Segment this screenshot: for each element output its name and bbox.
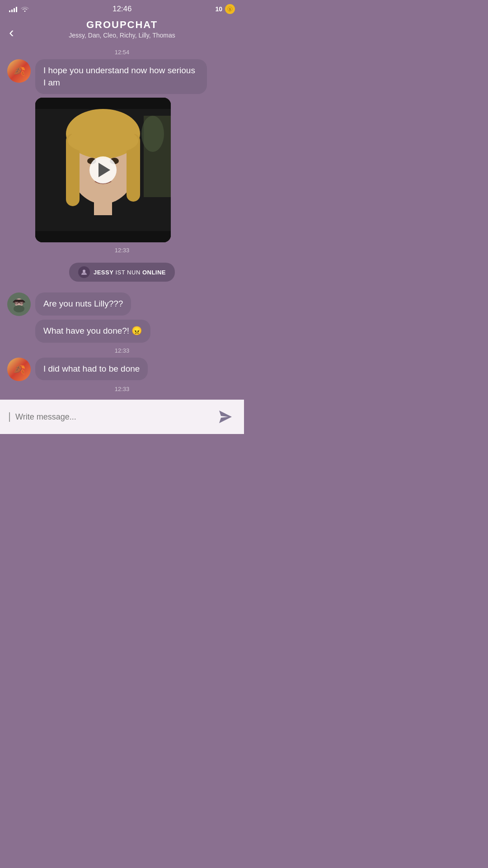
timestamp-1233b: 12:33: [7, 347, 237, 354]
message-input[interactable]: [9, 412, 211, 422]
input-bar: [0, 400, 244, 434]
chat-title: GROUPCHAT: [9, 19, 235, 31]
chat-participants: Jessy, Dan, Cleo, Richy, Lilly, Thomas: [9, 32, 235, 39]
avatar-lilly: 🍂: [7, 59, 31, 83]
send-icon: [217, 409, 234, 425]
chat-header: ‹ GROUPCHAT Jessy, Dan, Cleo, Richy, Lil…: [0, 16, 244, 44]
avatar-lilly2: 🍂: [7, 358, 31, 381]
status-left: [9, 5, 29, 13]
send-button[interactable]: [216, 407, 235, 426]
message-row-lilly2: 🍂 I did what had to be done: [7, 358, 237, 381]
signal-bar-3: [14, 8, 15, 12]
online-badge-name: JESSY: [94, 269, 113, 276]
message-row: 🍂 I hope you understand now how serious …: [7, 59, 237, 94]
online-badge-text: JESSY IST NUN ONLINE: [94, 269, 166, 276]
wifi-icon: [21, 5, 29, 13]
video-message[interactable]: [35, 98, 171, 242]
avatar-jessy: [7, 292, 31, 316]
svg-point-7: [68, 127, 138, 154]
svg-rect-12: [35, 98, 171, 109]
message-row-jessy1: Are you nuts Lilly???: [7, 292, 237, 316]
status-bar: 12:46 10 $: [0, 0, 244, 16]
message-bubble: I hope you understand now how serious I …: [35, 59, 207, 94]
online-badge-status: ONLINE: [142, 269, 166, 276]
video-thumbnail[interactable]: [35, 98, 171, 242]
svg-point-16: [83, 270, 85, 273]
back-button[interactable]: ‹: [9, 25, 14, 39]
svg-point-22: [14, 305, 24, 312]
svg-rect-13: [35, 231, 171, 242]
online-status-badge: JESSY IST NUN ONLINE: [69, 263, 175, 282]
signal-bars: [9, 6, 17, 12]
svg-point-15: [141, 116, 164, 152]
svg-rect-11: [94, 197, 112, 215]
signal-bar-4: [16, 7, 17, 12]
signal-bar-1: [9, 10, 10, 12]
user-circle-icon: [78, 266, 90, 278]
signal-bar-2: [11, 9, 13, 12]
timestamp-1254: 12:54: [7, 49, 237, 56]
svg-text:$: $: [229, 8, 231, 11]
timestamp-1233c: 12:33: [7, 386, 237, 392]
chat-area: 12:54 🍂 I hope you understand now how se…: [0, 44, 244, 392]
message-bubble-jessy2: What have you done?! 😠: [35, 320, 150, 343]
battery-number: 10: [215, 5, 222, 13]
online-badge-rest: IST NUN: [113, 269, 142, 276]
message-bubble-jessy1: Are you nuts Lilly???: [35, 292, 131, 316]
status-right: 10 $: [215, 4, 235, 14]
play-triangle-icon: [99, 163, 110, 177]
play-button[interactable]: [89, 156, 117, 184]
timestamp-1233a: 12:33: [7, 247, 237, 254]
status-time: 12:46: [113, 5, 132, 14]
message-bubble-lilly2: I did what had to be done: [35, 358, 148, 381]
battery-coin: $: [225, 4, 235, 14]
